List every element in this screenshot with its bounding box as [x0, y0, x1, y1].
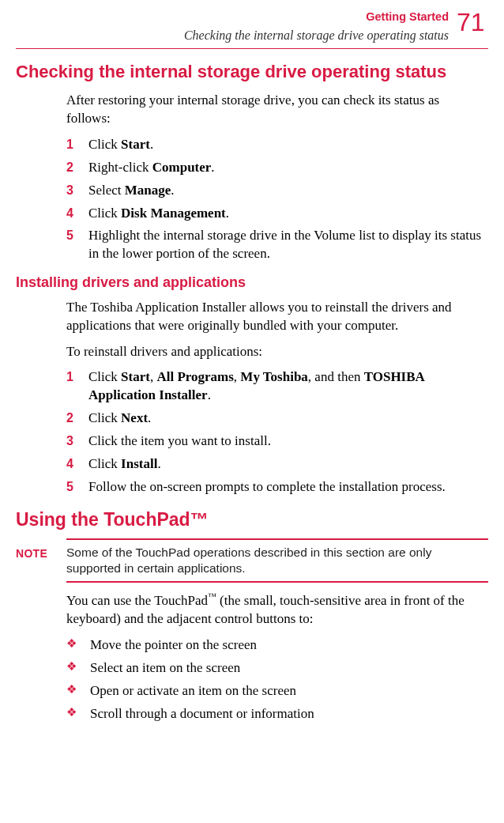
- step-number: 5: [66, 227, 77, 263]
- step-number: 4: [66, 455, 77, 474]
- list-item-text: Select an item on the screen: [90, 659, 485, 678]
- note-label: NOTE: [16, 547, 47, 560]
- header-section-label: Checking the internal storage drive oper…: [16, 27, 449, 44]
- header-text-block: Getting Started Checking the internal st…: [16, 9, 449, 43]
- step-item: 4Click Install.: [66, 455, 485, 474]
- list-item: ❖Scroll through a document or informatio…: [66, 705, 485, 723]
- header-rule: [16, 48, 488, 49]
- intro-paragraph-1: After restoring your internal storage dr…: [66, 92, 485, 128]
- heading-using-touchpad: Using the TouchPad™: [16, 508, 488, 532]
- step-number: 1: [66, 368, 77, 405]
- step-text: Right-click Computer.: [88, 159, 485, 177]
- step-item: 4Click Disk Management.: [66, 205, 485, 223]
- trademark-symbol-small: ™: [208, 591, 216, 601]
- step-text: Click Install.: [88, 455, 485, 474]
- list-item: ❖Move the pointer on the screen: [66, 636, 485, 655]
- note-label-wrap: NOTE: [16, 538, 47, 563]
- heading-checking-status: Checking the internal storage drive oper…: [16, 60, 488, 84]
- diamond-bullet-icon: ❖: [66, 705, 77, 723]
- list-item-text: Scroll through a document or information: [90, 705, 485, 723]
- page: Getting Started Checking the internal st…: [0, 0, 504, 752]
- heading-using-touchpad-text: Using the TouchPad: [16, 509, 190, 530]
- step-number: 2: [66, 410, 77, 428]
- step-item: 5Follow the on-screen prompts to complet…: [66, 478, 485, 496]
- step-item: 5Highlight the internal storage drive in…: [66, 227, 485, 263]
- step-item: 3Click the item you want to install.: [66, 432, 485, 451]
- diamond-bullet-icon: ❖: [66, 636, 77, 655]
- step-text: Click Next.: [88, 410, 485, 428]
- step-item: 1Click Start, All Programs, My Toshiba, …: [66, 368, 485, 405]
- step-item: 3Select Manage.: [66, 182, 485, 200]
- step-number: 2: [66, 159, 77, 177]
- intro-paragraph-2a: The Toshiba Application Installer allows…: [66, 299, 485, 335]
- bullet-list: ❖Move the pointer on the screen❖Select a…: [66, 636, 485, 723]
- step-number: 3: [66, 432, 77, 451]
- page-header: Getting Started Checking the internal st…: [16, 9, 488, 43]
- page-number: 71: [457, 9, 488, 36]
- intro-paragraph-2b: To reinstall drivers and applications:: [66, 343, 485, 361]
- list-item-text: Open or activate an item on the screen: [90, 682, 485, 700]
- note-text: Some of the TouchPad operations describe…: [66, 538, 488, 583]
- steps-list-2: 1Click Start, All Programs, My Toshiba, …: [66, 368, 485, 496]
- diamond-bullet-icon: ❖: [66, 682, 77, 700]
- step-text: Click the item you want to install.: [88, 432, 485, 451]
- section-1-body: After restoring your internal storage dr…: [66, 92, 485, 264]
- step-text: Select Manage.: [88, 182, 485, 200]
- heading-installing-drivers: Installing drivers and applications: [16, 273, 488, 292]
- diamond-bullet-icon: ❖: [66, 659, 77, 678]
- step-item: 2Click Next.: [66, 410, 485, 428]
- list-item: ❖Open or activate an item on the screen: [66, 682, 485, 700]
- step-text: Click Start.: [88, 136, 485, 154]
- step-text: Highlight the internal storage drive in …: [88, 227, 485, 263]
- step-item: 2Right-click Computer.: [66, 159, 485, 177]
- section-3-body: You can use the TouchPad™ (the small, to…: [66, 591, 485, 723]
- trademark-symbol: ™: [190, 509, 209, 530]
- chapter-label: Getting Started: [16, 9, 449, 25]
- intro-paragraph-3: You can use the TouchPad™ (the small, to…: [66, 591, 485, 629]
- step-text: Click Disk Management.: [88, 205, 485, 223]
- list-item: ❖Select an item on the screen: [66, 659, 485, 678]
- step-number: 5: [66, 478, 77, 496]
- step-number: 1: [66, 136, 77, 154]
- steps-list-1: 1Click Start.2Right-click Computer.3Sele…: [66, 136, 485, 264]
- step-number: 4: [66, 205, 77, 223]
- step-number: 3: [66, 182, 77, 200]
- list-item-text: Move the pointer on the screen: [90, 636, 485, 655]
- note-block: NOTE Some of the TouchPad operations des…: [16, 538, 488, 583]
- step-text: Follow the on-screen prompts to complete…: [88, 478, 485, 496]
- section-2-body: The Toshiba Application Installer allows…: [66, 299, 485, 496]
- intro3-pre: You can use the TouchPad: [66, 593, 208, 608]
- step-text: Click Start, All Programs, My Toshiba, a…: [88, 368, 485, 405]
- step-item: 1Click Start.: [66, 136, 485, 154]
